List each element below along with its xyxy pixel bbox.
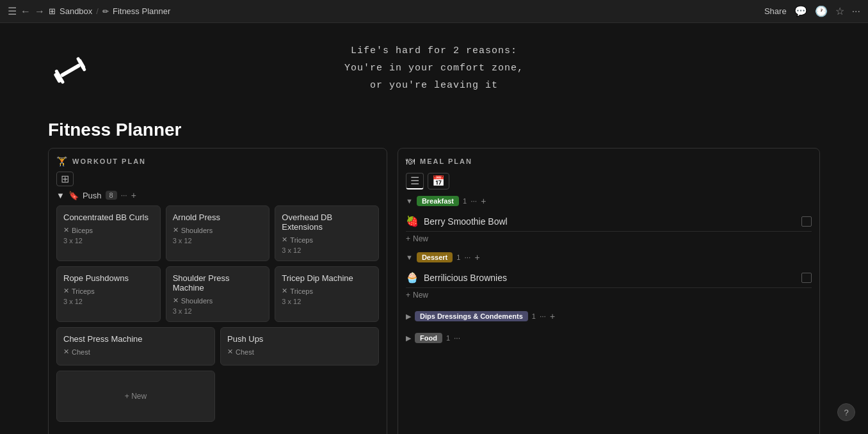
exercise-sets-1: 3 x 12 bbox=[173, 237, 263, 245]
hero-section: Life's hard for 2 reasons: You're in you… bbox=[0, 23, 868, 107]
add-new-breakfast[interactable]: +New bbox=[406, 232, 812, 246]
dessert-section-header: ▼ Dessert 1 ··· + bbox=[406, 252, 812, 262]
push-group-add[interactable]: + bbox=[131, 190, 136, 200]
tag-icon-6: ✕ bbox=[63, 348, 69, 356]
hero-quote-line2: You're in your comfort zone, bbox=[13, 60, 855, 77]
breakfast-section: ▼ Breakfast 1 ··· + 🍓 Berry Smoothie Bow… bbox=[406, 196, 812, 246]
exercise-card-5: Tricep Dip Machine ✕ Triceps 3 x 12 bbox=[275, 266, 379, 322]
main-content: 🏋 WORKOUT PLAN ⊞ ▼ 🔖 Push 8 ··· + Concen… bbox=[0, 148, 868, 434]
dips-more[interactable]: ··· bbox=[540, 312, 546, 321]
breakfast-more[interactable]: ··· bbox=[470, 197, 477, 205]
meal-item-brownies: 🧁 Berrilicious Brownies bbox=[406, 268, 812, 288]
berry-smoothie-checkbox[interactable] bbox=[801, 216, 812, 227]
exercise-name-7: Push Ups bbox=[227, 334, 372, 344]
back-icon[interactable]: ← bbox=[20, 6, 31, 17]
tag-icon-7: ✕ bbox=[227, 348, 233, 356]
exercise-tag-0: ✕ Biceps bbox=[63, 226, 154, 234]
hero-quote-line1: Life's hard for 2 reasons: bbox=[13, 42, 855, 60]
push-group-icon: 🔖 bbox=[68, 191, 79, 200]
exercise-name-0: Concentrated BB Curls bbox=[63, 213, 154, 222]
push-group-count: 8 bbox=[106, 191, 117, 200]
favorite-icon[interactable]: ☆ bbox=[835, 5, 844, 17]
exercise-name-5: Tricep Dip Machine bbox=[282, 273, 372, 283]
workout-grid-view-icon[interactable]: ⊞ bbox=[56, 172, 74, 186]
food-section: ▶ Food 1 ··· bbox=[406, 330, 812, 346]
dessert-toggle[interactable]: ▼ bbox=[406, 253, 413, 261]
exercise-card-7: Push Ups ✕ Chest bbox=[220, 327, 379, 366]
exercise-tag-7: ✕ Chest bbox=[227, 348, 372, 356]
exercise-card-0: Concentrated BB Curls ✕ Biceps 3 x 12 bbox=[56, 205, 161, 261]
history-icon[interactable]: 🕐 bbox=[815, 5, 828, 17]
menu-icon[interactable]: ☰ bbox=[8, 5, 17, 17]
exercise-tag-4: ✕ Shoulders bbox=[173, 296, 263, 305]
food-count: 1 bbox=[446, 334, 450, 342]
meal-panel-icon: 🍽 bbox=[406, 156, 415, 166]
food-section-header: ▶ Food 1 ··· bbox=[406, 330, 812, 346]
exercise-name-6: Chest Press Machine bbox=[63, 334, 208, 344]
dips-section: ▶ Dips Dressings & Condements 1 ··· + bbox=[406, 309, 812, 324]
svg-rect-4 bbox=[60, 63, 81, 77]
breakfast-badge: Breakfast bbox=[417, 196, 459, 206]
breakfast-toggle[interactable]: ▼ bbox=[406, 197, 413, 205]
page-icon: ✏ bbox=[102, 7, 109, 16]
tag-icon-1: ✕ bbox=[173, 226, 179, 234]
dips-badge: Dips Dressings & Condements bbox=[415, 311, 528, 321]
workout-panel-title: WORKOUT PLAN bbox=[72, 157, 146, 165]
exercise-grid-bottom: Chest Press Machine ✕ Chest Push Ups ✕ C… bbox=[56, 327, 379, 422]
exercise-sets-2: 3 x 12 bbox=[282, 246, 372, 254]
brownies-checkbox[interactable] bbox=[801, 273, 812, 283]
meal-list-view-icon[interactable]: ☰ bbox=[406, 173, 424, 189]
page-breadcrumb-title[interactable]: Fitness Planner bbox=[113, 6, 170, 16]
add-new-dessert[interactable]: +New bbox=[406, 288, 812, 302]
brownies-emoji: 🧁 bbox=[406, 271, 419, 284]
forward-icon[interactable]: → bbox=[35, 6, 45, 17]
exercise-sets-3: 3 x 12 bbox=[63, 298, 154, 305]
breakfast-add[interactable]: + bbox=[481, 196, 486, 206]
tag-icon-3: ✕ bbox=[63, 287, 69, 295]
berry-smoothie-emoji: 🍓 bbox=[406, 215, 419, 227]
dessert-count: 1 bbox=[456, 253, 460, 261]
meal-panel: 🍽 MEAL PLAN ☰ 📅 ▼ Breakfast 1 ··· + 🍓 Be… bbox=[398, 148, 820, 434]
push-group-toggle[interactable]: ▼ bbox=[56, 191, 65, 200]
more-options-icon[interactable]: ··· bbox=[852, 6, 860, 17]
meal-calendar-view-icon[interactable]: 📅 bbox=[428, 173, 449, 189]
dessert-section: ▼ Dessert 1 ··· + 🧁 Berrilicious Brownie… bbox=[406, 252, 812, 302]
push-group-more[interactable]: ··· bbox=[121, 191, 127, 200]
tag-icon-2: ✕ bbox=[282, 236, 287, 244]
push-group-label: Push bbox=[83, 191, 102, 200]
share-button[interactable]: Share bbox=[764, 6, 787, 16]
exercise-card-3: Rope Pushdowns ✕ Triceps 3 x 12 bbox=[56, 266, 161, 322]
exercise-card-2: Overhead DB Extensions ✕ Triceps 3 x 12 bbox=[275, 205, 379, 261]
page-title-section: Fitness Planner bbox=[0, 107, 868, 148]
exercise-card-6: Chest Press Machine ✕ Chest bbox=[56, 327, 215, 366]
breadcrumb: ⊞ Sandbox / ✏ Fitness Planner bbox=[49, 6, 170, 16]
workout-panel-icon: 🏋 bbox=[56, 156, 67, 166]
exercise-card-1: Arnold Press ✕ Shoulders 3 x 12 bbox=[166, 205, 270, 261]
tag-icon-4: ✕ bbox=[173, 296, 179, 305]
food-more[interactable]: ··· bbox=[454, 334, 460, 342]
meal-panel-title: MEAL PLAN bbox=[420, 157, 472, 165]
exercise-name-2: Overhead DB Extensions bbox=[282, 213, 372, 232]
exercise-tag-6: ✕ Chest bbox=[63, 348, 208, 356]
workspace-name[interactable]: Sandbox bbox=[60, 6, 92, 16]
meal-item-berry-smoothie: 🍓 Berry Smoothie Bowl bbox=[406, 211, 812, 232]
add-new-exercise-card[interactable]: + New bbox=[56, 371, 215, 422]
dips-add[interactable]: + bbox=[550, 311, 555, 321]
exercise-tag-1: ✕ Shoulders bbox=[173, 226, 263, 234]
breakfast-section-header: ▼ Breakfast 1 ··· + bbox=[406, 196, 812, 206]
workout-toolbar: ⊞ bbox=[56, 173, 379, 185]
comments-icon[interactable]: 💬 bbox=[794, 5, 807, 17]
breakfast-count: 1 bbox=[463, 197, 467, 205]
berry-smoothie-name: Berry Smoothie Bowl bbox=[424, 216, 508, 227]
dips-toggle[interactable]: ▶ bbox=[406, 312, 411, 321]
workout-panel: 🏋 WORKOUT PLAN ⊞ ▼ 🔖 Push 8 ··· + Concen… bbox=[48, 148, 387, 434]
help-button[interactable]: ? bbox=[837, 403, 855, 421]
dips-count: 1 bbox=[532, 312, 536, 320]
dessert-more[interactable]: ··· bbox=[464, 253, 470, 262]
dessert-badge: Dessert bbox=[417, 252, 453, 262]
exercise-name-4: Shoulder Press Machine bbox=[173, 273, 263, 293]
exercise-name-1: Arnold Press bbox=[173, 213, 263, 222]
food-toggle[interactable]: ▶ bbox=[406, 334, 411, 342]
exercise-sets-5: 3 x 12 bbox=[282, 298, 372, 305]
dessert-add[interactable]: + bbox=[474, 252, 479, 262]
